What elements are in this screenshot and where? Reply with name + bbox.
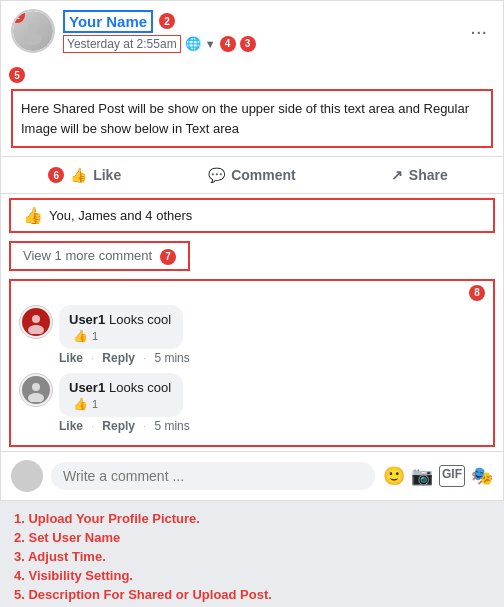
user-name[interactable]: Your Name xyxy=(63,10,153,33)
comment-text-2: Looks cool xyxy=(109,380,171,395)
post-header: 1 Your Name 2 Yesterday at 2:55am 🌐 ▼ 4 … xyxy=(1,1,503,61)
comment-like-action-1[interactable]: Like xyxy=(59,351,83,365)
comments-section: 8 User1 Looks cool 👍 1 xyxy=(9,279,495,447)
instructions-section: 1. Upload Your Profile Picture. 2. Set U… xyxy=(0,501,504,608)
like-thumb-icon: 👍 xyxy=(23,206,43,225)
likes-bar: 👍 You, James and 4 others xyxy=(9,198,495,233)
like-label: Like xyxy=(93,167,121,183)
comment-text-1: Looks cool xyxy=(109,312,171,327)
instr-text-2: Set User Name xyxy=(28,530,120,545)
comment-count-2: 1 xyxy=(92,398,98,410)
comment-item: User1 Looks cool 👍 1 Like · Reply · 5 mi… xyxy=(19,305,485,365)
camera-icon[interactable]: 📷 xyxy=(411,465,433,487)
view-comments-link[interactable]: View 1 more comment xyxy=(23,248,152,263)
comment-actions-1: Like · Reply · 5 mins xyxy=(59,351,214,365)
write-comment-avatar xyxy=(11,460,43,492)
share-button[interactable]: ↗ Share xyxy=(336,161,503,189)
instr-num-2: 2. xyxy=(14,530,25,545)
comment-avatar-icon-1 xyxy=(24,310,48,334)
svg-point-4 xyxy=(32,383,40,391)
post-description: Here Shared Post will be show on the upp… xyxy=(11,89,493,148)
globe-icon: 🌐 xyxy=(185,36,201,51)
comment-bubble-1: User1 Looks cool 👍 1 xyxy=(59,305,183,349)
post-card: 1 Your Name 2 Yesterday at 2:55am 🌐 ▼ 4 … xyxy=(0,0,504,501)
comment-like-action-2[interactable]: Like xyxy=(59,419,83,433)
comment-user-avatar-2 xyxy=(22,376,50,404)
comment-emoji-icons: 🙂 📷 GIF 🎭 xyxy=(383,465,493,487)
comment-bubble-2: User1 Looks cool 👍 1 xyxy=(59,373,183,417)
comment-body-1: User1 Looks cool 👍 1 Like · Reply · 5 mi… xyxy=(59,305,214,365)
instr-num-4: 4. xyxy=(14,568,25,583)
badge-8: 8 xyxy=(469,285,485,301)
sticker-icon[interactable]: 🎭 xyxy=(471,465,493,487)
comment-user-avatar-1 xyxy=(22,308,50,336)
action-bar: 6 👍 Like 💬 Comment ↗ Share xyxy=(1,156,503,194)
instr-text-4: Visibility Setting. xyxy=(28,568,133,583)
instr-num-3: 3. xyxy=(14,549,25,564)
comment-avatar-2 xyxy=(19,373,53,407)
emoji-icon[interactable]: 🙂 xyxy=(383,465,405,487)
write-comment-input[interactable] xyxy=(51,462,375,490)
comment-time-1: 5 mins xyxy=(154,351,189,365)
svg-point-2 xyxy=(32,315,40,323)
post-time-row: Yesterday at 2:55am 🌐 ▼ 4 3 xyxy=(63,35,464,53)
more-options-button[interactable]: ··· xyxy=(464,20,493,43)
instr-text-3: Adjust Time. xyxy=(28,549,106,564)
svg-point-3 xyxy=(28,325,44,334)
comment-icon: 💬 xyxy=(208,167,225,183)
badge-6: 6 xyxy=(48,167,64,183)
user-name-row: Your Name 2 xyxy=(63,10,464,33)
badge-2: 2 xyxy=(159,13,175,29)
svg-point-5 xyxy=(28,393,44,402)
likes-text: You, James and 4 others xyxy=(49,208,192,223)
gif-icon[interactable]: GIF xyxy=(439,465,465,487)
post-user-info: Your Name 2 Yesterday at 2:55am 🌐 ▼ 4 3 xyxy=(63,10,464,53)
share-icon: ↗ xyxy=(391,167,403,183)
instr-num-1: 1. xyxy=(14,511,25,526)
instr-text-1: Upload Your Profile Picture. xyxy=(28,511,199,526)
badge-4: 4 xyxy=(220,36,236,52)
like-button[interactable]: 6 👍 Like xyxy=(1,161,168,189)
comment-item-2: User1 Looks cool 👍 1 Like · Reply · 5 mi… xyxy=(19,373,485,433)
badge-5: 5 xyxy=(9,67,25,83)
view-comments: View 1 more comment 7 xyxy=(9,241,190,271)
comment-label: Comment xyxy=(231,167,296,183)
comment-avatar-icon-2 xyxy=(24,378,48,402)
comment-like-icon-1: 👍 xyxy=(73,329,88,343)
instr-num-5: 5. xyxy=(14,587,25,602)
comment-button[interactable]: 💬 Comment xyxy=(168,161,335,189)
instruction-4: 4. Visibility Setting. xyxy=(14,568,490,583)
badge-3: 3 xyxy=(240,36,256,52)
sep-3: · xyxy=(91,419,94,433)
share-label: Share xyxy=(409,167,448,183)
comment-body-2: User1 Looks cool 👍 1 Like · Reply · 5 mi… xyxy=(59,373,214,433)
avatar[interactable]: 1 xyxy=(11,9,55,53)
badge-7: 7 xyxy=(160,249,176,265)
comment-reply-action-2[interactable]: Reply xyxy=(102,419,135,433)
write-comment-bar: 🙂 📷 GIF 🎭 xyxy=(1,451,503,500)
profile-pic-icon xyxy=(19,17,47,45)
comment-like-icon-2: 👍 xyxy=(73,397,88,411)
comment-user-2: User1 xyxy=(69,380,105,395)
sep-1: · xyxy=(91,351,94,365)
comment-user-1: User1 xyxy=(69,312,105,327)
instruction-3: 3. Adjust Time. xyxy=(14,549,490,564)
sep-4: · xyxy=(143,419,146,433)
instruction-5: 5. Description For Shared or Upload Post… xyxy=(14,587,490,602)
comment-reply-action-1[interactable]: Reply xyxy=(102,351,135,365)
svg-point-0 xyxy=(28,23,38,33)
like-icon: 👍 xyxy=(70,167,87,183)
svg-point-1 xyxy=(24,33,42,45)
dropdown-arrow-icon[interactable]: ▼ xyxy=(205,38,216,50)
comment-time-2: 5 mins xyxy=(154,419,189,433)
comment-actions-2: Like · Reply · 5 mins xyxy=(59,419,214,433)
post-time: Yesterday at 2:55am xyxy=(63,35,181,53)
instruction-1: 1. Upload Your Profile Picture. xyxy=(14,511,490,526)
comment-avatar-1 xyxy=(19,305,53,339)
comment-count-1: 1 xyxy=(92,330,98,342)
instruction-2: 2. Set User Name xyxy=(14,530,490,545)
sep-2: · xyxy=(143,351,146,365)
instr-text-5: Description For Shared or Upload Post. xyxy=(28,587,271,602)
